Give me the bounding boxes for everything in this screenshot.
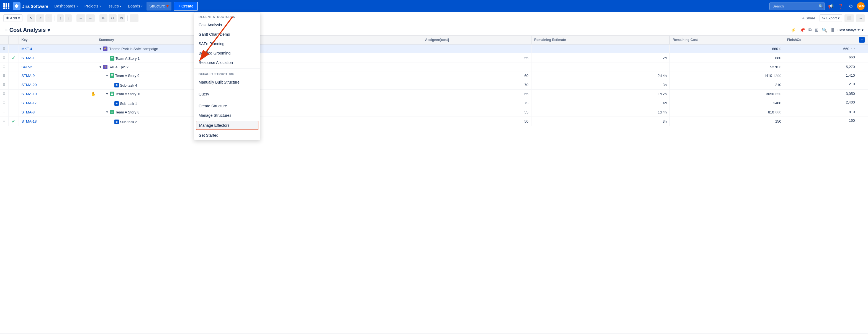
dropdown-item-manage-structures[interactable]: Manage Structures bbox=[194, 111, 260, 120]
drag-icon[interactable]: ⠿ bbox=[3, 83, 5, 87]
add-column-button[interactable]: + bbox=[859, 37, 865, 43]
drag-handle[interactable]: ⠿ bbox=[0, 63, 8, 71]
drag-handle[interactable]: ⠿ bbox=[0, 116, 8, 126]
drag-icon[interactable]: ⠿ bbox=[3, 120, 5, 124]
drag-icon[interactable]: ⠿ bbox=[3, 92, 5, 96]
issue-key-link[interactable]: STMA-10 bbox=[22, 92, 37, 96]
remaining-cost-cell: 210 bbox=[670, 80, 784, 90]
assignee-cost-cell: 60 bbox=[422, 71, 531, 80]
expand-arrow[interactable]: ▼ bbox=[105, 92, 108, 96]
expand-arrow[interactable]: ▼ bbox=[105, 110, 108, 114]
lightning-icon[interactable]: ⚡ bbox=[791, 27, 796, 33]
help-icon[interactable]: ❓ bbox=[837, 2, 845, 10]
dropdown-item-safe[interactable]: SAFe Planning bbox=[194, 39, 260, 48]
dropdown-item-get-started[interactable]: Get Started bbox=[194, 131, 260, 140]
toolbar-btn-down[interactable]: ↓ bbox=[65, 14, 72, 22]
issue-key-link[interactable]: STMA-17 bbox=[22, 101, 37, 105]
drag-handle[interactable]: ⠿ bbox=[0, 53, 8, 63]
columns-icon[interactable]: ||| bbox=[831, 27, 834, 32]
nav-issues[interactable]: Issues ▾ bbox=[105, 2, 124, 10]
jira-logo[interactable]: Jira Software bbox=[13, 2, 48, 10]
issue-key-link[interactable]: STMA-8 bbox=[22, 110, 35, 114]
toolbar-btn-move-down-chevron[interactable]: ↕ bbox=[45, 14, 52, 22]
expand-arrow[interactable]: ▼ bbox=[99, 65, 102, 69]
toolbar-btn-outlift[interactable]: ↖ bbox=[27, 14, 35, 22]
row-more-button[interactable]: ⋯ bbox=[851, 46, 855, 51]
issue-key-link[interactable]: STMA-18 bbox=[22, 119, 37, 124]
search-input[interactable] bbox=[769, 2, 825, 10]
issue-key-link[interactable]: STMA-1 bbox=[22, 56, 35, 60]
structure-title[interactable]: ≡ Cost Analysis ▾ bbox=[4, 27, 50, 33]
toolbar-btn-up[interactable]: ↑ bbox=[57, 14, 64, 22]
issue-key-link[interactable]: SPR-2 bbox=[22, 65, 32, 69]
toolbar-btn-more[interactable]: … bbox=[130, 14, 138, 22]
drag-handle[interactable]: ⠿ bbox=[0, 98, 8, 108]
nav-projects[interactable]: Projects ▾ bbox=[82, 2, 104, 10]
issue-summary: 'Theme Park is Safe' campaign bbox=[108, 47, 158, 51]
issues-chevron: ▾ bbox=[120, 5, 121, 8]
layers-icon[interactable]: ⧉ bbox=[808, 27, 811, 32]
create-button[interactable]: + Create bbox=[174, 2, 198, 10]
nav-dashboards[interactable]: Dashboards ▾ bbox=[52, 2, 81, 10]
empty-col bbox=[858, 71, 868, 80]
dropdown-item-manual[interactable]: Manually Built Structure bbox=[194, 77, 260, 87]
table-row: ⠿ STMA-10 ✋ ▼ ☰ Team A Story 10 65 1d 2h… bbox=[0, 90, 868, 98]
search-icon[interactable]: 🔍 bbox=[818, 4, 823, 8]
toolbar-btn-outright[interactable]: ↗ bbox=[36, 14, 44, 22]
issue-summary: Sub-task 4 bbox=[120, 83, 137, 88]
drag-handle[interactable]: ⠿ bbox=[0, 108, 8, 116]
drag-handle[interactable]: ⠿ bbox=[0, 90, 8, 98]
toolbar-btn-scissors[interactable]: ✂ bbox=[108, 14, 117, 22]
toolbar-btn-edit[interactable]: ✏ bbox=[99, 14, 107, 22]
remaining-cost-cell: 880 bbox=[670, 53, 784, 63]
share-button[interactable]: ↪ Share bbox=[799, 15, 817, 22]
drag-icon[interactable]: ⠿ bbox=[3, 101, 5, 105]
more-options-button[interactable]: ⋯ bbox=[856, 14, 865, 22]
drag-icon[interactable]: ⠿ bbox=[3, 65, 5, 69]
drag-icon[interactable]: ⠿ bbox=[3, 56, 5, 60]
story-icon: ☰ bbox=[110, 110, 114, 114]
drag-handle[interactable]: ⠿ bbox=[0, 80, 8, 90]
dropdown-item-resource[interactable]: Resource Allocation bbox=[194, 58, 260, 67]
assignee-cost-cell bbox=[422, 44, 531, 53]
finish-cost-cell: 810 bbox=[784, 108, 858, 116]
toolbar-btn-copy[interactable]: ⧉ bbox=[118, 14, 125, 22]
pin-icon[interactable]: 📌 bbox=[800, 27, 805, 33]
avatar[interactable]: GEN bbox=[857, 2, 865, 10]
issue-key-link[interactable]: STMA-9 bbox=[22, 74, 35, 78]
settings-icon[interactable]: ⚙ bbox=[847, 2, 855, 10]
remaining-estimate-cell: 1d 2h bbox=[531, 90, 670, 98]
search-structure-icon[interactable]: 🔍 bbox=[822, 27, 827, 33]
toolbar-btn-left[interactable]: ← bbox=[76, 14, 85, 22]
dropdown-item-query[interactable]: Query bbox=[194, 89, 260, 99]
drag-handle[interactable]: ⠿ bbox=[0, 44, 8, 53]
logo-text: Jira Software bbox=[22, 4, 48, 8]
issue-key-link[interactable]: MKT-4 bbox=[22, 47, 32, 51]
app-grid-icon[interactable] bbox=[3, 3, 9, 9]
export-button[interactable]: ↪ Export ▾ bbox=[819, 14, 842, 22]
nav-boards[interactable]: Boards ▾ bbox=[125, 2, 146, 10]
expand-view-button[interactable]: ⬜ bbox=[844, 14, 854, 22]
cost-analysis-view-label[interactable]: Cost Analysis* ▾ bbox=[838, 28, 864, 32]
topnav-right: 🔍 📢 ❓ ⚙ GEN bbox=[769, 2, 865, 10]
drag-icon[interactable]: ⠿ bbox=[3, 47, 5, 51]
expand-arrow[interactable]: ▼ bbox=[99, 47, 102, 51]
empty-col bbox=[858, 44, 868, 53]
add-button[interactable]: ✚ Add ▾ bbox=[3, 14, 23, 22]
dropdown-item-manage-effectors[interactable]: Manage Effectors bbox=[196, 121, 258, 130]
notifications-icon[interactable]: 📢 bbox=[827, 2, 835, 10]
issue-summary: SAFe Epic 2 bbox=[108, 65, 128, 69]
dropdown-item-gantt[interactable]: Gantt Chart Demo bbox=[194, 30, 260, 39]
drag-icon[interactable]: ⠿ bbox=[3, 110, 5, 114]
toolbar-btn-right[interactable]: → bbox=[86, 14, 95, 22]
filter-icon[interactable]: ⊞ bbox=[815, 27, 818, 33]
expand-arrow[interactable]: ▼ bbox=[105, 74, 108, 77]
drag-icon[interactable]: ⠿ bbox=[3, 74, 5, 78]
dropdown-item-backlog[interactable]: Backlog Grooming bbox=[194, 48, 260, 58]
issue-key-link[interactable]: STMA-20 bbox=[22, 83, 37, 87]
dropdown-item-create[interactable]: Create Structure bbox=[194, 101, 260, 111]
nav-structure[interactable]: Structure ▾ bbox=[147, 2, 172, 10]
drag-handle[interactable]: ⠿ bbox=[0, 71, 8, 80]
dropdown-item-cost-analysis[interactable]: Cost Analysis bbox=[194, 20, 260, 30]
empty-col bbox=[858, 116, 868, 126]
